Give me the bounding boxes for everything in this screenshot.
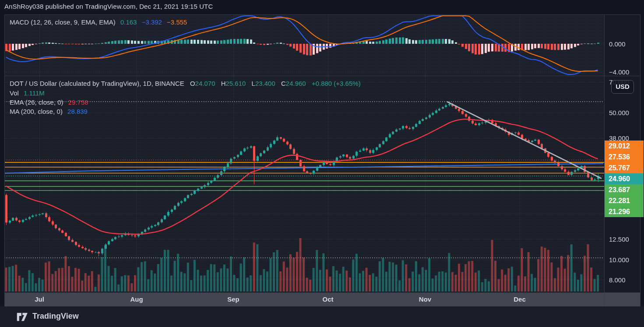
level-price-label: 23.687: [605, 184, 644, 195]
price-tick-label: 10.000: [609, 256, 629, 263]
price-tick-label: 50.000: [609, 109, 629, 116]
ma-value: 28.839: [67, 108, 88, 115]
symbol-legend-row: DOT / US Dollar (calculated by TradingVi…: [10, 79, 361, 88]
ema-value: 29.758: [68, 98, 88, 106]
macd-signal-value: −3.555: [167, 18, 187, 26]
month-label: Aug: [130, 292, 143, 306]
level-price-label: 21.296: [605, 206, 644, 217]
tradingview-logo-icon[interactable]: [17, 312, 29, 322]
close-key: C: [281, 80, 286, 87]
price-tick-label: 8.000: [609, 276, 626, 284]
price-tick-label: 12.500: [609, 236, 629, 243]
level-price-label: 24.960: [605, 173, 644, 184]
symbol-title: DOT / US Dollar (calculated by TradingVi…: [10, 80, 184, 87]
close-value: 24.960: [286, 80, 306, 87]
macd-legend-label: MACD (12, 26, close, 9, EMA, EMA): [10, 18, 116, 26]
level-price-label: 25.767: [605, 162, 644, 173]
price-axis[interactable]: 0.000−4.00070.00050.00038.00016.50012.50…: [604, 14, 644, 306]
level-price-label: 29.012: [605, 141, 644, 151]
level-price-label: 27.536: [605, 151, 644, 162]
time-axis[interactable]: JulAugSepOctNovDec: [4, 292, 640, 306]
footer-bar: TradingView: [0, 306, 644, 327]
high-value: 25.610: [226, 80, 246, 87]
month-label: Oct: [322, 292, 333, 306]
high-key: H: [221, 80, 226, 87]
open-key: O: [190, 80, 195, 87]
volume-legend-row: Vol 1.111M: [10, 89, 45, 98]
ema-label: EMA (26, close, 0): [10, 98, 63, 106]
volume-label: Vol: [10, 89, 19, 97]
macd-line-value: −3.392: [142, 18, 162, 26]
macd-hist-value: 0.163: [120, 18, 137, 26]
macd-tick-label: 0.000: [609, 40, 626, 48]
currency-toggle-button[interactable]: USD: [611, 80, 634, 94]
low-value: 23.400: [255, 80, 275, 87]
ma-legend-row: MA (200, close, 0) 28.839: [10, 107, 88, 116]
volume-value: 1.111M: [24, 89, 45, 97]
low-key: L: [252, 80, 255, 87]
month-label: Nov: [419, 292, 431, 306]
change-value: +0.880 (+3.65%): [312, 80, 361, 87]
level-price-label: 22.281: [605, 195, 644, 206]
tradingview-snapshot: { "header": { "title": "AnShRoy038 publi…: [0, 0, 644, 327]
month-label: Sep: [227, 292, 239, 306]
snapshot-title: AnShRoy038 published on TradingView.com,…: [4, 3, 213, 10]
ema-legend-row: EMA (26, close, 0) 29.758: [10, 98, 88, 107]
open-value: 24.070: [195, 80, 215, 87]
tradingview-brand-text[interactable]: TradingView: [32, 312, 79, 321]
chart-canvas[interactable]: [0, 0, 644, 327]
macd-legend: MACD (12, 26, close, 9, EMA, EMA) 0.163 …: [10, 18, 187, 26]
macd-tick-label: −4.000: [609, 68, 629, 76]
month-label: Dec: [514, 292, 526, 306]
ma-label: MA (200, close, 0): [10, 108, 63, 115]
month-label: Jul: [35, 292, 44, 306]
